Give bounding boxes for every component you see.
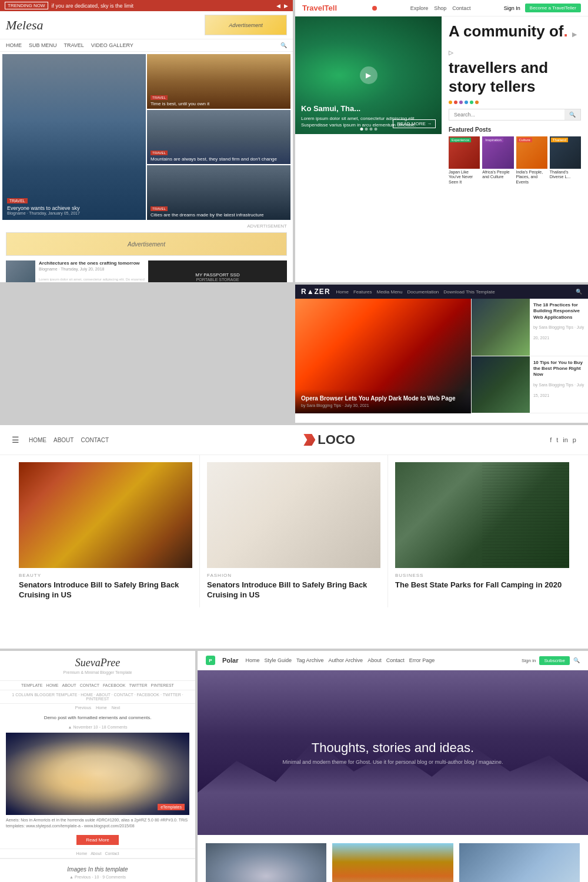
social-twitter[interactable]: t: [556, 436, 558, 443]
polar-img-2: [332, 843, 453, 882]
bottom-article-date: Blogname · Thursday, July 20, 2018: [39, 267, 145, 271]
sub-article-2-overlay: TRAVEL Mountains are always best, they s…: [151, 150, 277, 162]
icon-prev[interactable]: ◀: [276, 3, 280, 9]
loco-article-3[interactable]: BUSINESS The Best State Parks for Fall C…: [388, 455, 576, 607]
dot-4[interactable]: [374, 128, 377, 131]
razer-nav-features[interactable]: Features: [353, 289, 372, 295]
sp-nav-template[interactable]: TEMPLATE: [21, 683, 42, 687]
sp-nav-home[interactable]: HOME: [46, 683, 59, 687]
polar-nav-home[interactable]: Home: [246, 657, 260, 663]
nav-contact[interactable]: Contact: [452, 5, 470, 11]
melesa-main-article[interactable]: TRAVEL Everyone wants to achieve sky Blo…: [2, 54, 146, 220]
nav-video[interactable]: VIDEO GALLERY: [91, 42, 133, 48]
play-btn[interactable]: ▶: [360, 66, 377, 84]
loco-articles: BEAUTY Senators Introduce Bill to Safely…: [0, 455, 588, 607]
razer-nav-media[interactable]: Media Menu: [376, 289, 402, 295]
nav-shop[interactable]: Shop: [434, 5, 446, 11]
polar-article-1[interactable]: LIFESTYLE I like fishing because it is a…: [206, 843, 326, 882]
dot-3[interactable]: [369, 128, 372, 131]
social-instagram[interactable]: in: [563, 436, 568, 443]
polar-nav-tag[interactable]: Tag Archive: [296, 657, 324, 663]
polar-nav-error[interactable]: Error Page: [409, 657, 435, 663]
sp-img-overlay: [6, 733, 189, 815]
razer-main-article[interactable]: Opera Browser Lets You Apply Dark Mode t…: [295, 299, 471, 413]
loco-nav-about[interactable]: ABOUT: [54, 437, 74, 443]
razer-nav-home[interactable]: Home: [336, 289, 349, 295]
polar-nav-contact[interactable]: Contact: [386, 657, 405, 663]
deco-dot-3: [459, 101, 463, 104]
polar-signin[interactable]: Sign in: [522, 658, 536, 663]
dot-1[interactable]: [360, 128, 363, 131]
melesa-header: Melesa Advertisement: [0, 11, 293, 39]
social-pinterest[interactable]: p: [573, 436, 576, 443]
sub-article-2[interactable]: TRAVEL Mountains are always best, they s…: [147, 110, 290, 165]
sp-author: ▲ November 10 ◦ 18 Comments: [0, 724, 195, 730]
sp-next[interactable]: Next: [112, 706, 120, 710]
razer-nav-download[interactable]: Download This Template: [443, 289, 495, 295]
polar-article-2[interactable]: TRAVEL My Memorable story of trip to gra…: [332, 843, 453, 882]
nav-explore[interactable]: Explore: [410, 5, 429, 11]
sp-home[interactable]: Home: [96, 706, 107, 710]
sub-title-3: Cities are the dreams made by the latest…: [151, 212, 264, 218]
sub-tag-2: TRAVEL: [151, 151, 168, 155]
main-article-date: Blogname · Thursday, January 05, 2017: [7, 211, 80, 215]
featured-item-2[interactable]: Inspiration Africa's People and Culture: [482, 136, 513, 185]
featured-item-3[interactable]: Culture India's People, Places, and Even…: [516, 136, 547, 185]
sub-article-1[interactable]: TRAVEL Time is best, until you own it: [147, 54, 290, 109]
tt-search-btn[interactable]: 🔍: [564, 109, 580, 120]
melesa-sub-articles: TRAVEL Time is best, until you own it TR…: [147, 54, 290, 220]
main-article-tag: TRAVEL: [7, 198, 28, 203]
polar-nav-about[interactable]: About: [368, 657, 382, 663]
search-icon[interactable]: 🔍: [280, 42, 287, 48]
loco-article-1[interactable]: BEAUTY Senators Introduce Bill to Safely…: [12, 455, 200, 607]
sp-read-more-btn[interactable]: Read More: [76, 835, 119, 845]
sp-main-img: eTemplates: [6, 733, 189, 815]
razer-search-icon[interactable]: 🔍: [576, 289, 582, 295]
bottom-row: SuevaPree Premium & Minimal Blogger Temp…: [0, 651, 588, 882]
loco-tag-1: BEAUTY: [19, 573, 192, 578]
hamburger-icon[interactable]: ☰: [12, 435, 19, 445]
sp-tagline: Premium & Minimal Blogger Template: [6, 670, 189, 674]
featured-item-4[interactable]: Thailand Thailand's Diverse L...: [550, 136, 581, 185]
polar-nav-author[interactable]: Author Archive: [329, 657, 363, 663]
sub-article-1-overlay: TRAVEL Time is best, until you own it: [151, 95, 209, 106]
polar-nav-style[interactable]: Style Guide: [265, 657, 292, 663]
social-facebook[interactable]: f: [550, 436, 552, 443]
tt-search-input[interactable]: [449, 109, 564, 120]
sp-footer-about[interactable]: About: [91, 851, 101, 856]
sub-tag-1: TRAVEL: [151, 95, 168, 100]
melesa-bottom-article[interactable]: Architectures are the ones crafting tomo…: [6, 260, 145, 282]
tt-signin[interactable]: Sign In: [504, 5, 520, 11]
tt-search-bar[interactable]: 🔍: [449, 109, 581, 121]
loco-nav-home[interactable]: HOME: [29, 437, 46, 443]
razer-main-title: Opera Browser Lets You Apply Dark Mode t…: [301, 395, 465, 402]
razer-side-text-2: 10 Tips for You to Buy the Best Phone Ri…: [530, 356, 588, 413]
featured-item-1[interactable]: Experience Japan Like You've Never Seen …: [449, 136, 480, 185]
sp-nav-fb[interactable]: FACEBOOK: [103, 683, 126, 687]
dot-2[interactable]: [365, 128, 368, 131]
sp-nav-about[interactable]: ABOUT: [62, 683, 76, 687]
sp-prev[interactable]: Previous: [75, 706, 91, 710]
razer-side-1[interactable]: The 18 Practices for Building Responsive…: [472, 299, 588, 356]
loco-article-2[interactable]: FASHION Senators Introduce Bill to Safel…: [200, 455, 388, 607]
razer-side-2[interactable]: 10 Tips for You to Buy the Best Phone Ri…: [472, 356, 588, 414]
razer-side-title-2: 10 Tips for You to Buy the Best Phone Ri…: [533, 360, 584, 378]
sp-nav-contact[interactable]: CONTACT: [80, 683, 99, 687]
nav-travel[interactable]: TRAVEL: [64, 42, 84, 48]
sub-article-3[interactable]: TRAVEL Cities are the dreams made by the…: [147, 165, 290, 220]
polar-search-icon[interactable]: 🔍: [573, 657, 580, 663]
nav-home[interactable]: HOME: [6, 42, 22, 48]
sp-nav-twitter[interactable]: TWITTER: [129, 683, 147, 687]
sp-footer-home[interactable]: Home: [76, 851, 87, 856]
loco-nav-contact[interactable]: CONTACT: [81, 437, 109, 443]
polar-subscribe-btn[interactable]: Subscribe: [539, 656, 570, 665]
nav-submenu[interactable]: SUB MENU: [29, 42, 57, 48]
polar-article-3[interactable]: ADVENTURE Camping in an abandoned house …: [459, 843, 580, 882]
razer-nav-docs[interactable]: Documentation: [407, 289, 439, 295]
tt-signup-btn[interactable]: Become a TravelTeller: [525, 4, 581, 12]
tt-hero-title: Ko Samui, Tha...: [301, 104, 419, 113]
icon-next[interactable]: ▶: [284, 3, 288, 9]
sp-nav-pinterest[interactable]: PINTEREST: [151, 683, 174, 687]
tt-read-more[interactable]: READ MORE →: [393, 119, 436, 128]
sp-footer-contact[interactable]: Contact: [105, 851, 119, 856]
